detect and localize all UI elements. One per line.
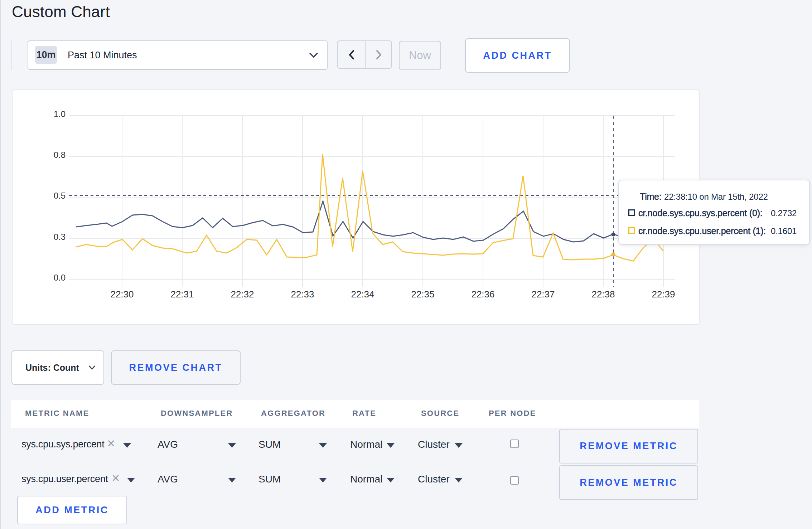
svg-text:22:33: 22:33 bbox=[291, 289, 314, 300]
svg-text:22:37: 22:37 bbox=[531, 289, 555, 300]
svg-text:0.8: 0.8 bbox=[54, 150, 66, 160]
svg-text:22:34: 22:34 bbox=[351, 289, 374, 300]
svg-text:22:31: 22:31 bbox=[170, 289, 194, 300]
svg-text:22:36: 22:36 bbox=[471, 289, 494, 300]
svg-text:22:35: 22:35 bbox=[411, 289, 434, 300]
svg-text:0.0: 0.0 bbox=[54, 273, 66, 282]
svg-text:22:30: 22:30 bbox=[110, 289, 134, 300]
svg-text:0.5: 0.5 bbox=[54, 191, 66, 200]
svg-text:22:32: 22:32 bbox=[231, 289, 254, 300]
svg-text:0.3: 0.3 bbox=[54, 232, 66, 242]
svg-text:22:38: 22:38 bbox=[591, 289, 615, 300]
svg-text:22:39: 22:39 bbox=[652, 289, 675, 300]
svg-text:1.0: 1.0 bbox=[54, 109, 66, 119]
